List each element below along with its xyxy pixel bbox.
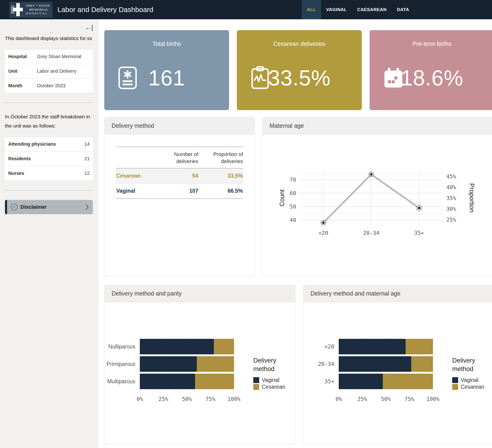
legend-item: Cesarean [253, 384, 295, 390]
svg-text:30%: 30% [446, 206, 456, 212]
col-header-count: Number of deliveries [154, 147, 199, 168]
row-value: 21 [84, 156, 90, 161]
cards-row-2: Delivery method and parity NulliparousPr… [104, 285, 492, 444]
legend: Delivery method Vaginal Cesarean [452, 356, 492, 390]
card-title: Maternal age [263, 117, 492, 134]
value-box-total-births: Total births 161 [104, 30, 229, 110]
tab-data[interactable]: DATA [392, 0, 414, 19]
table-row: Nurses 12 [5, 166, 93, 181]
svg-text:25%: 25% [357, 396, 367, 402]
svg-text:50: 50 [289, 204, 296, 210]
hospital-logo: GREY + SLOAN MEMORIAL HOSPITAL [0, 0, 52, 19]
age-method-card: Delivery method and maternal age <2020-3… [303, 285, 492, 444]
row-label: Cesarean [116, 168, 154, 184]
table-row: Attending physicians 14 [5, 137, 93, 151]
table-row: Residents 21 [5, 151, 93, 166]
delivery-method-table: Number of deliveries Proportion of deliv… [116, 147, 243, 199]
row-count: 107 [154, 184, 199, 199]
svg-text:Multiparous: Multiparous [107, 378, 135, 385]
age-stacked-bar-chart: <2020-3435+0%25%50%75%100% [303, 336, 442, 411]
legend: Delivery method Vaginal Cesarean [253, 356, 295, 390]
tab-caesarean[interactable]: CAESAREAN [352, 0, 392, 19]
svg-text:60: 60 [289, 190, 296, 196]
svg-text:Count: Count [278, 189, 286, 206]
disclaimer-button[interactable]: i Disclaimer [5, 200, 93, 214]
svg-text:Proportion: Proportion [468, 183, 475, 212]
sidebar: ←| This dashboard displays statistics fo… [0, 19, 98, 448]
svg-text:0%: 0% [136, 396, 143, 402]
svg-text:40: 40 [289, 217, 296, 223]
hospital-logo-box: GREY + SLOAN MEMORIAL HOSPITAL [10, 2, 52, 18]
svg-text:35+: 35+ [324, 378, 334, 385]
hospital-cross-icon [11, 3, 25, 16]
row-label: Residents [8, 156, 84, 161]
row-label: Nurses [8, 170, 84, 176]
disclaimer-label: Disclaimer [20, 204, 47, 210]
card-title: Delivery method and maternal age [303, 285, 492, 302]
legend-title: Delivery method [253, 356, 295, 373]
row-label: Attending physicians [8, 141, 84, 147]
svg-text:50%: 50% [381, 396, 391, 402]
value-box-cesarean: Cesarean deliveries 33.5% [237, 30, 362, 110]
row-label: Hospital [8, 54, 37, 59]
delivery-method-card: Delivery method Number of deliveries Pro… [104, 117, 255, 276]
value-box-preterm: Pre-term births 18.6% [369, 30, 492, 110]
svg-text:0%: 0% [336, 396, 342, 402]
maternal-age-line-chart: 4050607025%30%35%40%45%<2020-3435+CountP… [277, 166, 480, 245]
legend-label: Cesarean [461, 384, 484, 390]
col-header-proportion: Proportion of deliveries [199, 147, 243, 168]
col-header-empty [116, 147, 154, 168]
tab-vaginal[interactable]: VAGINAL [321, 0, 352, 19]
chevron-right-icon [85, 204, 89, 210]
row-value: 12 [84, 170, 90, 176]
svg-text:Nulliparous: Nulliparous [108, 344, 135, 350]
svg-text:35+: 35+ [414, 230, 424, 236]
svg-text:75%: 75% [205, 396, 215, 402]
sidebar-collapse-icon[interactable]: ←| [85, 23, 93, 32]
divider [5, 190, 93, 190]
svg-text:Primiparous: Primiparous [106, 361, 135, 367]
table-row-cesarean: Cesarean 54 33.5% [116, 168, 243, 184]
svg-text:75%: 75% [404, 396, 414, 402]
row-value: 14 [84, 141, 90, 147]
row-value: October 2023 [37, 83, 65, 89]
row-proportion: 66.5% [199, 184, 243, 199]
svg-text:45%: 45% [446, 173, 456, 179]
tab-all[interactable]: ALL [302, 0, 321, 19]
svg-text:<20: <20 [318, 230, 328, 236]
svg-text:40%: 40% [446, 184, 456, 190]
svg-text:20-34: 20-34 [363, 230, 379, 236]
svg-text:50%: 50% [182, 396, 192, 402]
value-box-title: Pre-term births [369, 30, 492, 47]
row-value: Labor and Delivery [37, 69, 76, 74]
sidebar-intro-text: This dashboard displays statistics for:s… [5, 34, 93, 43]
maternal-age-card: Maternal age 4050607025%30%35%40%45%<202… [262, 117, 492, 276]
table-row-vaginal: Vaginal 107 66.5% [116, 184, 243, 199]
cesarean-swatch [452, 384, 458, 390]
page-title: Labor and Delivery Dashboard [57, 0, 153, 19]
staff-intro-text: In October 2023 the staff breakdown in t… [5, 112, 93, 130]
table-row: Hospital Grey Sloan Memorial [5, 50, 93, 64]
legend-label: Vaginal [262, 377, 279, 383]
row-count: 54 [154, 168, 199, 184]
value-box-title: Total births [104, 30, 229, 47]
svg-text:35%: 35% [446, 195, 456, 201]
parity-card: Delivery method and parity NulliparousPr… [104, 285, 296, 444]
legend-label: Cesarean [262, 384, 285, 390]
nav-tabs: ALL VAGINAL CAESAREAN DATA [302, 0, 414, 19]
legend-title: Delivery method [452, 356, 492, 373]
svg-text:70: 70 [289, 177, 296, 183]
info-icon: i [11, 204, 18, 210]
legend-item: Vaginal [253, 377, 295, 383]
hospital-logo-text: GREY + SLOAN MEMORIAL HOSPITAL [25, 4, 50, 15]
row-proportion: 33.5% [199, 168, 243, 184]
card-title: Delivery method [104, 117, 255, 134]
cards-row-1: Delivery method Number of deliveries Pro… [104, 117, 492, 276]
row-label: Unit [8, 69, 37, 74]
vaginal-swatch [452, 377, 458, 383]
vaginal-swatch [253, 377, 259, 383]
card-title: Delivery method and parity [104, 285, 295, 302]
value-box-value: 161 [104, 56, 229, 100]
svg-text:100%: 100% [426, 396, 440, 402]
value-box-row: Total births 161 [104, 30, 492, 110]
